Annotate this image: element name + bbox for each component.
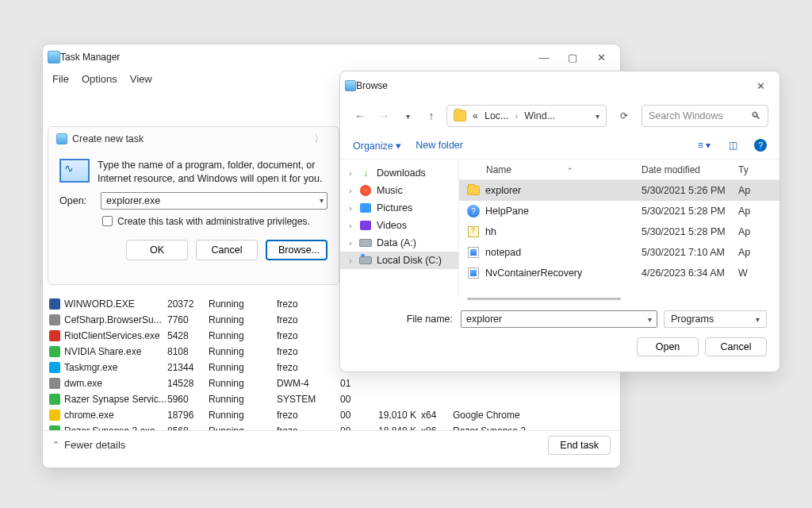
- tree-item[interactable]: ›Music: [340, 182, 458, 199]
- file-date: 5/30/2021 5:26 PM: [642, 185, 738, 196]
- cancel-button[interactable]: Cancel: [705, 337, 767, 356]
- admin-checkbox[interactable]: [102, 216, 113, 226]
- open-input[interactable]: explorer.exe ▾: [101, 192, 327, 210]
- chevron-down-icon[interactable]: ▾: [756, 315, 760, 324]
- videos-icon: [359, 220, 372, 231]
- tree-item[interactable]: ›Data (A:): [340, 234, 458, 252]
- filename-input[interactable]: explorer ▾: [461, 310, 657, 328]
- tree-item[interactable]: ›↓Downloads: [340, 164, 458, 182]
- menu-options[interactable]: Options: [82, 73, 117, 85]
- process-user: frezo: [277, 425, 340, 430]
- open-input-value: explorer.exe: [106, 195, 160, 206]
- filename-label: File name:: [353, 314, 454, 325]
- process-icon: [49, 330, 60, 341]
- file-date: 5/30/2021 5:28 PM: [642, 226, 738, 237]
- download-icon: ↓: [359, 167, 372, 179]
- chevron-right-icon[interactable]: 〉: [314, 132, 331, 146]
- sort-asc-icon[interactable]: ⌃: [567, 167, 573, 175]
- col-date[interactable]: Date modified: [642, 164, 700, 175]
- file-name: NvContainerRecovery: [485, 267, 642, 279]
- pictures-icon: [359, 202, 372, 214]
- up-button[interactable]: ↑: [423, 107, 440, 125]
- view-mode-button[interactable]: ≡ ▾: [697, 138, 711, 152]
- process-name: chrome.exe: [64, 410, 167, 421]
- path-crumb-2[interactable]: Wind...: [524, 110, 555, 121]
- menu-file[interactable]: File: [52, 73, 69, 85]
- file-row[interactable]: notepad5/30/2021 7:10 AMAp: [459, 242, 779, 263]
- new-folder-button[interactable]: New folder: [416, 140, 463, 151]
- process-row[interactable]: Razer Synapse Servic... 5960 Running SYS…: [43, 391, 620, 407]
- back-button[interactable]: ←: [351, 107, 369, 125]
- process-pid: 5960: [167, 394, 209, 405]
- file-type-filter[interactable]: Programs ▾: [664, 310, 767, 328]
- fewer-details-toggle[interactable]: ⌃ Fewer details: [52, 439, 125, 451]
- run-dialog-icon: [56, 133, 67, 144]
- process-row[interactable]: Razer Synapse 3.exe 8568 Running frezo 0…: [43, 423, 620, 430]
- chevron-right-icon[interactable]: ›: [347, 204, 354, 213]
- chevron-down-history-icon[interactable]: ▾: [399, 107, 416, 125]
- file-date: 4/26/2023 6:34 AM: [642, 267, 738, 279]
- process-name: Razer Synapse 3.exe: [64, 425, 167, 430]
- drive-icon: [359, 255, 372, 266]
- folder-tree: ›↓Downloads›Music›Pictures›Videos›Data (…: [340, 160, 459, 298]
- minimize-button[interactable]: —: [530, 46, 558, 68]
- tree-item-label: Music: [377, 185, 403, 196]
- path-crumb-1[interactable]: Loc...: [485, 110, 509, 121]
- process-status: Running: [209, 314, 277, 325]
- chevron-down-icon[interactable]: ▾: [320, 196, 324, 205]
- process-status: Running: [209, 410, 277, 421]
- process-pid: 14528: [167, 378, 209, 389]
- maximize-button[interactable]: ▢: [558, 46, 587, 68]
- open-button[interactable]: Open: [637, 337, 699, 356]
- organize-menu[interactable]: Organize ▾: [353, 140, 401, 152]
- chevron-right-icon[interactable]: ›: [347, 169, 354, 178]
- end-task-button[interactable]: End task: [548, 436, 611, 455]
- run-icon: [59, 159, 90, 183]
- tree-item[interactable]: ›Local Disk (C:): [340, 252, 458, 269]
- process-desc: Razer Synapse 3: [453, 425, 615, 430]
- process-pid: 5428: [167, 330, 209, 341]
- chevron-right-icon[interactable]: ›: [347, 221, 354, 230]
- browse-dialog: Browse ✕ ← → ▾ ↑ « Loc... › Wind... ▾ ⟳ …: [339, 71, 780, 372]
- preview-pane-button[interactable]: ◫: [726, 138, 740, 152]
- process-row[interactable]: chrome.exe 18796 Running frezo 00 19,010…: [43, 407, 620, 423]
- col-name[interactable]: Name: [486, 164, 511, 175]
- file-name: notepad: [485, 247, 642, 258]
- path-bar[interactable]: « Loc... › Wind... ▾: [446, 105, 607, 127]
- file-type: Ap: [738, 206, 754, 217]
- file-row[interactable]: explorer5/30/2021 5:26 PMAp: [459, 180, 779, 201]
- chevron-right-icon[interactable]: ›: [347, 256, 354, 265]
- forward-button[interactable]: →: [375, 107, 393, 125]
- process-arch: x86: [421, 425, 453, 430]
- process-row[interactable]: dwm.exe 14528 Running DWM-4 01: [43, 375, 620, 391]
- menu-view[interactable]: View: [130, 73, 152, 85]
- exe-icon: [467, 246, 480, 259]
- file-row[interactable]: hh5/30/2021 5:28 PMAp: [459, 221, 779, 242]
- browse-button[interactable]: Browse...: [266, 240, 327, 260]
- tree-item[interactable]: ›Videos: [340, 217, 458, 234]
- taskmgr-icon: [48, 51, 60, 64]
- file-row[interactable]: ?HelpPane5/30/2021 5:28 PMAp: [459, 201, 779, 221]
- process-name: Taskmgr.exe: [64, 362, 167, 373]
- help-icon[interactable]: ?: [754, 139, 767, 152]
- browse-close-button[interactable]: ✕: [746, 75, 775, 97]
- chevron-down-icon[interactable]: ▾: [596, 112, 599, 121]
- process-status: Running: [209, 378, 277, 389]
- tree-item[interactable]: ›Pictures: [340, 199, 458, 217]
- create-task-dialog: Create new task 〉 Type the name of a pro…: [48, 126, 339, 285]
- search-input[interactable]: Search Windows 🔍︎: [642, 105, 768, 127]
- hh-icon: [467, 225, 480, 238]
- chevron-down-icon[interactable]: ▾: [648, 315, 652, 324]
- close-button[interactable]: ✕: [587, 46, 615, 68]
- file-type: Ap: [738, 185, 754, 196]
- process-mem: 18,848 K: [369, 425, 421, 430]
- process-icon: [49, 298, 60, 310]
- file-row[interactable]: NvContainerRecovery4/26/2023 6:34 AMW: [459, 263, 779, 283]
- ok-button[interactable]: OK: [126, 240, 188, 260]
- refresh-button[interactable]: ⟳: [613, 110, 635, 121]
- chevron-right-icon[interactable]: ›: [347, 187, 354, 195]
- chevron-right-icon[interactable]: ›: [347, 239, 354, 248]
- cancel-button[interactable]: Cancel: [196, 240, 258, 260]
- col-type[interactable]: Ty: [738, 164, 749, 175]
- process-cpu: 00: [340, 410, 369, 421]
